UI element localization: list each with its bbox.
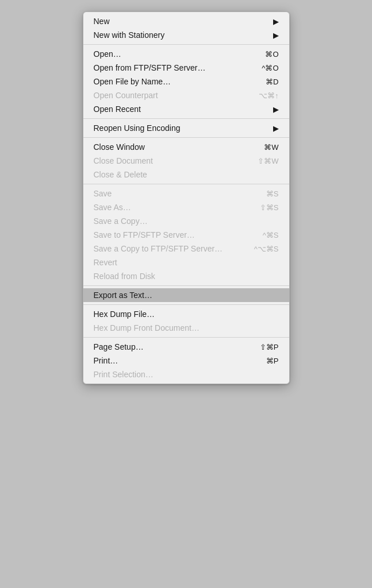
menu-section-section-new: New▶New with Stationery▶ <box>83 12 289 45</box>
menu-item-export-text[interactable]: Export as Text… <box>83 288 289 302</box>
menu-item-shortcut-new-with-stationery: ▶ <box>273 31 279 40</box>
menu-item-page-setup[interactable]: Page Setup…⇧⌘P <box>83 340 289 354</box>
menu-item-print[interactable]: Print…⌘P <box>83 354 289 368</box>
menu-item-shortcut-open-by-name: ⌘D <box>266 78 278 86</box>
menu-item-print-selection: Print Selection… <box>83 368 289 381</box>
menu-item-shortcut-open-ftp: ^⌘O <box>262 64 278 72</box>
menu-item-shortcut-save-copy-ftp: ^⌥⌘S <box>254 245 279 253</box>
menu-item-shortcut-save-as: ⇧⌘S <box>260 203 279 212</box>
menu-item-shortcut-save-ftp: ^⌘S <box>263 231 279 239</box>
menu-item-label-close-window: Close Window <box>94 142 253 152</box>
menu-item-label-new-with-stationery: New with Stationery <box>94 30 262 40</box>
menu-item-revert: Revert <box>83 256 289 269</box>
menu-item-save: Save⌘S <box>83 187 289 200</box>
menu-item-label-new: New <box>94 17 262 26</box>
menu-item-save-copy-ftp: Save a Copy to FTP/SFTP Server…^⌥⌘S <box>83 242 289 256</box>
menu-item-shortcut-print: ⌘P <box>266 357 279 365</box>
context-menu: New▶New with Stationery▶Open…⌘OOpen from… <box>83 11 290 384</box>
menu-item-new[interactable]: New▶ <box>83 14 289 28</box>
menu-item-reload-disk: Reload from Disk <box>83 269 289 283</box>
menu-item-close-document: Close Document⇧⌘W <box>83 154 289 168</box>
menu-item-shortcut-open-counterpart: ⌥⌘↑ <box>259 91 279 100</box>
menu-item-shortcut-save: ⌘S <box>266 189 279 198</box>
menu-item-open-recent[interactable]: Open Recent▶ <box>83 102 289 116</box>
menu-item-label-save-as: Save As… <box>94 203 248 212</box>
menu-section-section-close: Close Window⌘WClose Document⇧⌘WClose & D… <box>83 138 289 184</box>
menu-item-save-ftp: Save to FTP/SFTP Server…^⌘S <box>83 228 289 242</box>
menu-section-section-save: Save⌘SSave As…⇧⌘SSave a Copy…Save to FTP… <box>83 184 289 286</box>
menu-item-label-revert: Revert <box>94 258 279 267</box>
menu-item-close-window[interactable]: Close Window⌘W <box>83 140 289 154</box>
menu-item-open-by-name[interactable]: Open File by Name…⌘D <box>83 75 289 88</box>
menu-item-shortcut-page-setup: ⇧⌘P <box>260 343 279 351</box>
menu-item-shortcut-close-window: ⌘W <box>264 143 278 152</box>
menu-item-open-ftp[interactable]: Open from FTP/SFTP Server…^⌘O <box>83 61 289 75</box>
menu-item-hex-dump-file[interactable]: Hex Dump File… <box>83 307 289 321</box>
menu-item-label-save-copy: Save a Copy… <box>94 216 279 226</box>
menu-item-label-open: Open… <box>94 49 254 59</box>
menu-item-new-with-stationery[interactable]: New with Stationery▶ <box>83 28 289 42</box>
menu-item-label-save: Save <box>94 189 255 198</box>
menu-item-shortcut-close-document: ⇧⌘W <box>258 157 278 165</box>
menu-item-save-as: Save As…⇧⌘S <box>83 200 289 214</box>
menu-item-label-hex-dump-front: Hex Dump Front Document… <box>94 323 279 332</box>
menu-item-label-open-counterpart: Open Counterpart <box>94 91 248 100</box>
menu-item-close-delete: Close & Delete <box>83 168 289 181</box>
menu-item-label-export-text: Export as Text… <box>94 291 279 300</box>
menu-item-hex-dump-front: Hex Dump Front Document… <box>83 321 289 335</box>
menu-item-label-open-recent: Open Recent <box>94 105 262 114</box>
menu-item-label-open-by-name: Open File by Name… <box>94 77 255 86</box>
menu-section-section-reopen: Reopen Using Encoding▶ <box>83 119 289 138</box>
menu-item-open-counterpart: Open Counterpart⌥⌘↑ <box>83 88 289 102</box>
menu-item-shortcut-open-recent: ▶ <box>273 105 279 114</box>
menu-item-label-save-copy-ftp: Save a Copy to FTP/SFTP Server… <box>94 244 243 253</box>
menu-section-section-hex: Hex Dump File…Hex Dump Front Document… <box>83 305 289 338</box>
menu-item-label-page-setup: Page Setup… <box>94 342 248 351</box>
menu-item-label-reload-disk: Reload from Disk <box>94 272 279 281</box>
menu-section-section-open: Open…⌘OOpen from FTP/SFTP Server…^⌘OOpen… <box>83 45 289 119</box>
menu-item-shortcut-new: ▶ <box>273 17 279 26</box>
menu-item-label-save-ftp: Save to FTP/SFTP Server… <box>94 230 251 239</box>
menu-section-section-print: Page Setup…⇧⌘PPrint…⌘PPrint Selection… <box>83 338 289 384</box>
menu-item-shortcut-open: ⌘O <box>265 50 278 59</box>
menu-item-label-print: Print… <box>94 356 255 365</box>
menu-item-label-close-delete: Close & Delete <box>94 170 279 179</box>
menu-section-section-export: Export as Text… <box>83 286 289 305</box>
menu-item-label-open-ftp: Open from FTP/SFTP Server… <box>94 63 251 72</box>
menu-item-shortcut-reopen-encoding: ▶ <box>273 124 279 133</box>
menu-item-label-close-document: Close Document <box>94 156 247 165</box>
menu-item-open[interactable]: Open…⌘O <box>83 47 289 61</box>
menu-item-label-hex-dump-file: Hex Dump File… <box>94 310 279 319</box>
menu-item-save-copy: Save a Copy… <box>83 214 289 228</box>
menu-item-label-reopen-encoding: Reopen Using Encoding <box>94 123 262 133</box>
menu-item-label-print-selection: Print Selection… <box>94 370 279 379</box>
menu-item-reopen-encoding[interactable]: Reopen Using Encoding▶ <box>83 121 289 135</box>
